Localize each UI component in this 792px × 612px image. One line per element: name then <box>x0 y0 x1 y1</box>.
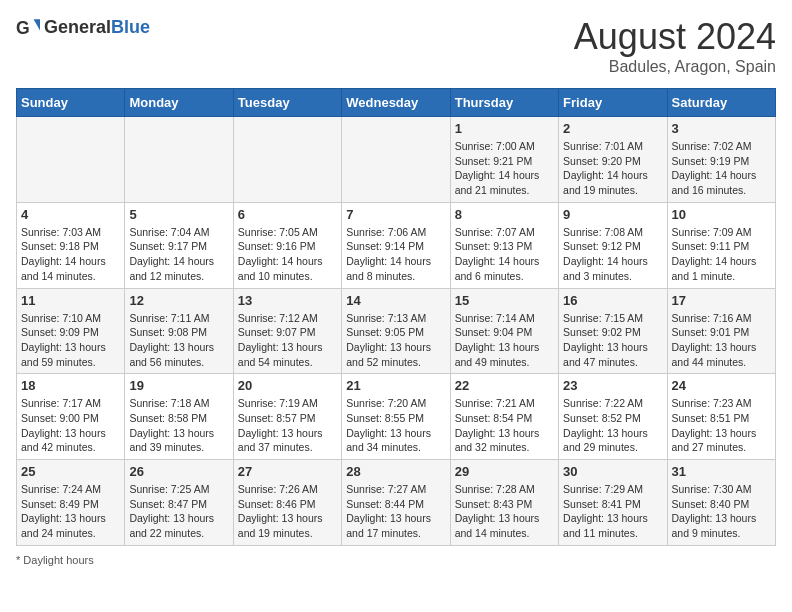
calendar-cell-4-5: 23Sunrise: 7:22 AM Sunset: 8:52 PM Dayli… <box>559 374 667 460</box>
day-number: 27 <box>238 464 337 479</box>
calendar-cell-1-0 <box>17 117 125 203</box>
calendar-body: 1Sunrise: 7:00 AM Sunset: 9:21 PM Daylig… <box>17 117 776 546</box>
day-info: Sunrise: 7:16 AM Sunset: 9:01 PM Dayligh… <box>672 311 771 370</box>
calendar-cell-4-3: 21Sunrise: 7:20 AM Sunset: 8:55 PM Dayli… <box>342 374 450 460</box>
day-number: 5 <box>129 207 228 222</box>
calendar-cell-2-5: 9Sunrise: 7:08 AM Sunset: 9:12 PM Daylig… <box>559 202 667 288</box>
day-header-tuesday: Tuesday <box>233 89 341 117</box>
calendar-cell-2-6: 10Sunrise: 7:09 AM Sunset: 9:11 PM Dayli… <box>667 202 775 288</box>
calendar-subtitle: Badules, Aragon, Spain <box>574 58 776 76</box>
day-header-wednesday: Wednesday <box>342 89 450 117</box>
day-info: Sunrise: 7:30 AM Sunset: 8:40 PM Dayligh… <box>672 482 771 541</box>
calendar-cell-2-3: 7Sunrise: 7:06 AM Sunset: 9:14 PM Daylig… <box>342 202 450 288</box>
logo-icon: G <box>16 16 40 40</box>
calendar-cell-2-2: 6Sunrise: 7:05 AM Sunset: 9:16 PM Daylig… <box>233 202 341 288</box>
day-number: 30 <box>563 464 662 479</box>
svg-text:G: G <box>16 18 30 38</box>
logo-blue: Blue <box>111 17 150 37</box>
calendar-cell-4-0: 18Sunrise: 7:17 AM Sunset: 9:00 PM Dayli… <box>17 374 125 460</box>
day-info: Sunrise: 7:29 AM Sunset: 8:41 PM Dayligh… <box>563 482 662 541</box>
calendar-cell-2-1: 5Sunrise: 7:04 AM Sunset: 9:17 PM Daylig… <box>125 202 233 288</box>
day-header-friday: Friday <box>559 89 667 117</box>
calendar-title: August 2024 <box>574 16 776 58</box>
calendar-cell-4-6: 24Sunrise: 7:23 AM Sunset: 8:51 PM Dayli… <box>667 374 775 460</box>
day-info: Sunrise: 7:03 AM Sunset: 9:18 PM Dayligh… <box>21 225 120 284</box>
calendar-cell-3-6: 17Sunrise: 7:16 AM Sunset: 9:01 PM Dayli… <box>667 288 775 374</box>
day-info: Sunrise: 7:08 AM Sunset: 9:12 PM Dayligh… <box>563 225 662 284</box>
calendar-week-2: 4Sunrise: 7:03 AM Sunset: 9:18 PM Daylig… <box>17 202 776 288</box>
day-header-sunday: Sunday <box>17 89 125 117</box>
day-number: 24 <box>672 378 771 393</box>
calendar-cell-4-4: 22Sunrise: 7:21 AM Sunset: 8:54 PM Dayli… <box>450 374 558 460</box>
day-info: Sunrise: 7:25 AM Sunset: 8:47 PM Dayligh… <box>129 482 228 541</box>
day-header-saturday: Saturday <box>667 89 775 117</box>
logo-general: General <box>44 17 111 37</box>
day-info: Sunrise: 7:22 AM Sunset: 8:52 PM Dayligh… <box>563 396 662 455</box>
day-info: Sunrise: 7:06 AM Sunset: 9:14 PM Dayligh… <box>346 225 445 284</box>
logo-text: GeneralBlue <box>44 18 150 38</box>
footer-text: Daylight hours <box>23 554 93 566</box>
calendar-week-1: 1Sunrise: 7:00 AM Sunset: 9:21 PM Daylig… <box>17 117 776 203</box>
calendar-week-4: 18Sunrise: 7:17 AM Sunset: 9:00 PM Dayli… <box>17 374 776 460</box>
calendar-cell-3-2: 13Sunrise: 7:12 AM Sunset: 9:07 PM Dayli… <box>233 288 341 374</box>
day-info: Sunrise: 7:02 AM Sunset: 9:19 PM Dayligh… <box>672 139 771 198</box>
logo: G GeneralBlue <box>16 16 150 40</box>
calendar-cell-3-5: 16Sunrise: 7:15 AM Sunset: 9:02 PM Dayli… <box>559 288 667 374</box>
header: G GeneralBlue August 2024 Badules, Arago… <box>16 16 776 76</box>
day-info: Sunrise: 7:24 AM Sunset: 8:49 PM Dayligh… <box>21 482 120 541</box>
svg-marker-1 <box>34 19 40 30</box>
calendar-cell-3-1: 12Sunrise: 7:11 AM Sunset: 9:08 PM Dayli… <box>125 288 233 374</box>
day-number: 11 <box>21 293 120 308</box>
day-info: Sunrise: 7:15 AM Sunset: 9:02 PM Dayligh… <box>563 311 662 370</box>
day-header-monday: Monday <box>125 89 233 117</box>
day-number: 21 <box>346 378 445 393</box>
day-number: 28 <box>346 464 445 479</box>
calendar-week-5: 25Sunrise: 7:24 AM Sunset: 8:49 PM Dayli… <box>17 460 776 546</box>
day-number: 7 <box>346 207 445 222</box>
day-info: Sunrise: 7:28 AM Sunset: 8:43 PM Dayligh… <box>455 482 554 541</box>
header-row: SundayMondayTuesdayWednesdayThursdayFrid… <box>17 89 776 117</box>
day-number: 13 <box>238 293 337 308</box>
day-header-thursday: Thursday <box>450 89 558 117</box>
calendar-cell-3-4: 15Sunrise: 7:14 AM Sunset: 9:04 PM Dayli… <box>450 288 558 374</box>
day-number: 19 <box>129 378 228 393</box>
day-number: 1 <box>455 121 554 136</box>
calendar-cell-1-2 <box>233 117 341 203</box>
calendar-cell-2-0: 4Sunrise: 7:03 AM Sunset: 9:18 PM Daylig… <box>17 202 125 288</box>
calendar-cell-5-2: 27Sunrise: 7:26 AM Sunset: 8:46 PM Dayli… <box>233 460 341 546</box>
day-number: 18 <box>21 378 120 393</box>
day-info: Sunrise: 7:10 AM Sunset: 9:09 PM Dayligh… <box>21 311 120 370</box>
day-number: 29 <box>455 464 554 479</box>
day-number: 17 <box>672 293 771 308</box>
calendar-cell-1-4: 1Sunrise: 7:00 AM Sunset: 9:21 PM Daylig… <box>450 117 558 203</box>
calendar-cell-5-3: 28Sunrise: 7:27 AM Sunset: 8:44 PM Dayli… <box>342 460 450 546</box>
footer-note: * Daylight hours <box>16 554 776 566</box>
day-info: Sunrise: 7:05 AM Sunset: 9:16 PM Dayligh… <box>238 225 337 284</box>
day-info: Sunrise: 7:12 AM Sunset: 9:07 PM Dayligh… <box>238 311 337 370</box>
calendar-cell-5-1: 26Sunrise: 7:25 AM Sunset: 8:47 PM Dayli… <box>125 460 233 546</box>
day-number: 14 <box>346 293 445 308</box>
calendar-cell-5-4: 29Sunrise: 7:28 AM Sunset: 8:43 PM Dayli… <box>450 460 558 546</box>
day-number: 6 <box>238 207 337 222</box>
calendar-cell-1-5: 2Sunrise: 7:01 AM Sunset: 9:20 PM Daylig… <box>559 117 667 203</box>
day-info: Sunrise: 7:26 AM Sunset: 8:46 PM Dayligh… <box>238 482 337 541</box>
day-number: 3 <box>672 121 771 136</box>
day-info: Sunrise: 7:07 AM Sunset: 9:13 PM Dayligh… <box>455 225 554 284</box>
day-number: 15 <box>455 293 554 308</box>
day-info: Sunrise: 7:00 AM Sunset: 9:21 PM Dayligh… <box>455 139 554 198</box>
day-info: Sunrise: 7:23 AM Sunset: 8:51 PM Dayligh… <box>672 396 771 455</box>
day-number: 25 <box>21 464 120 479</box>
day-info: Sunrise: 7:20 AM Sunset: 8:55 PM Dayligh… <box>346 396 445 455</box>
calendar-cell-3-0: 11Sunrise: 7:10 AM Sunset: 9:09 PM Dayli… <box>17 288 125 374</box>
day-info: Sunrise: 7:04 AM Sunset: 9:17 PM Dayligh… <box>129 225 228 284</box>
day-info: Sunrise: 7:18 AM Sunset: 8:58 PM Dayligh… <box>129 396 228 455</box>
day-info: Sunrise: 7:14 AM Sunset: 9:04 PM Dayligh… <box>455 311 554 370</box>
calendar-cell-3-3: 14Sunrise: 7:13 AM Sunset: 9:05 PM Dayli… <box>342 288 450 374</box>
day-info: Sunrise: 7:21 AM Sunset: 8:54 PM Dayligh… <box>455 396 554 455</box>
calendar-cell-4-2: 20Sunrise: 7:19 AM Sunset: 8:57 PM Dayli… <box>233 374 341 460</box>
day-info: Sunrise: 7:11 AM Sunset: 9:08 PM Dayligh… <box>129 311 228 370</box>
day-number: 9 <box>563 207 662 222</box>
day-info: Sunrise: 7:13 AM Sunset: 9:05 PM Dayligh… <box>346 311 445 370</box>
calendar-cell-1-6: 3Sunrise: 7:02 AM Sunset: 9:19 PM Daylig… <box>667 117 775 203</box>
calendar-cell-5-5: 30Sunrise: 7:29 AM Sunset: 8:41 PM Dayli… <box>559 460 667 546</box>
